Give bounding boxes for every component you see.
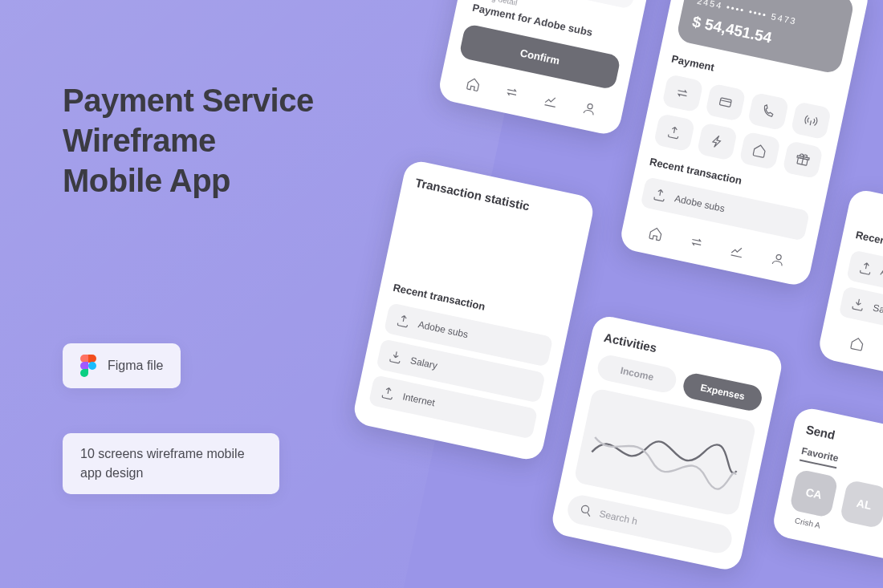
flash-icon [708, 133, 725, 150]
home-icon [751, 142, 768, 159]
search-icon [578, 502, 595, 519]
flash-action[interactable] [696, 122, 738, 160]
screen-transaction-statistic: Transaction statistic Recent transaction… [352, 159, 596, 463]
contact-name: Crish A [786, 514, 828, 532]
screen-send: Send Favorite All CA Crish A AL [771, 406, 883, 563]
upload-icon [857, 260, 874, 277]
list-item-label: Salar [872, 302, 883, 318]
phone-icon [759, 103, 776, 120]
phone-action[interactable] [747, 92, 789, 131]
contact-item[interactable]: CA Crish A [786, 468, 838, 531]
upload-icon [651, 186, 668, 203]
list-item-label: Adobe subs [417, 318, 470, 340]
confirm-button-label: Confirm [519, 47, 561, 67]
title-line: Payment Service [63, 83, 314, 118]
home-icon[interactable] [647, 225, 664, 241]
screen-recent-partial: Recent t A Salar [816, 188, 883, 382]
contact-row: CA Crish A AL [786, 468, 883, 545]
list-item[interactable]: Salar [839, 286, 883, 336]
figma-logo-icon [80, 355, 96, 377]
house-action[interactable] [739, 132, 781, 170]
svg-point-3 [776, 254, 782, 260]
list-item-label: Adobe subs [673, 193, 726, 214]
upload-icon [665, 124, 682, 140]
profile-icon[interactable] [581, 100, 598, 117]
title-line: Mobile App [63, 163, 230, 198]
line-chart [573, 387, 756, 517]
tab-label: Expenses [699, 382, 746, 402]
home-icon[interactable] [465, 75, 482, 92]
gift-icon [794, 151, 811, 168]
signal-action[interactable] [790, 101, 832, 140]
share-action[interactable] [653, 113, 695, 152]
signal-icon [803, 112, 820, 129]
tab-expenses[interactable]: Expenses [681, 371, 763, 413]
tab-income[interactable]: Income [596, 353, 678, 395]
profile-icon[interactable] [770, 251, 787, 268]
search-placeholder: Search h [598, 508, 638, 527]
list-item-label: Salary [409, 355, 438, 371]
figma-badge-label: Figma file [108, 359, 163, 373]
transfer-icon [674, 85, 691, 102]
list-item-label: A [880, 266, 883, 278]
screens-badge-label: 10 screens wireframe mobile app design [80, 444, 262, 483]
list-item-label: Internet [401, 391, 436, 408]
tab-label: Income [620, 365, 655, 383]
screens-count-badge: 10 screens wireframe mobile app design [63, 433, 279, 494]
bottom-nav [832, 331, 883, 365]
avatar: CA [789, 468, 839, 518]
screen-activities: Activities Income Expenses Search h [550, 314, 785, 573]
hero-title: Payment Service Wireframe Mobile App [63, 80, 384, 201]
home-icon[interactable] [848, 335, 865, 352]
screen-confirm-payment: Total amount $ 54 Billing detail Payment… [437, 0, 657, 137]
tab-favorite[interactable]: Favorite [800, 445, 840, 468]
transfer-icon[interactable] [688, 233, 705, 250]
download-icon [849, 296, 866, 313]
title-line: Wireframe [63, 123, 216, 158]
transfer-icon[interactable] [503, 83, 520, 100]
download-icon [387, 348, 404, 365]
transfer-action[interactable] [661, 74, 703, 112]
svg-point-4 [581, 505, 590, 514]
figma-file-badge: Figma file [63, 343, 181, 388]
avatar: AL [840, 480, 883, 529]
upload-icon [380, 384, 397, 401]
chart-icon[interactable] [729, 242, 746, 259]
screen-home-dashboard: 2454 •••• •••• 5473 $ 54,451.54 Payment … [618, 0, 871, 288]
svg-point-0 [588, 103, 593, 109]
upload-icon [395, 312, 412, 329]
card-action[interactable] [705, 83, 747, 121]
gift-action[interactable] [782, 140, 824, 179]
card-icon [717, 94, 734, 111]
contact-item[interactable]: AL [836, 480, 883, 542]
chart-icon[interactable] [543, 92, 560, 109]
hero-text-block: Payment Service Wireframe Mobile App [63, 80, 384, 201]
